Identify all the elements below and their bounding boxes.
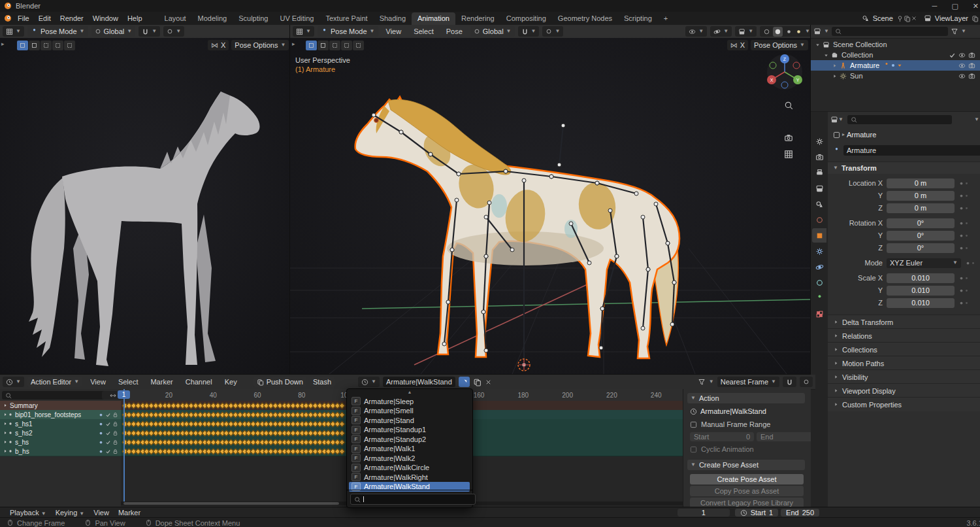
material-shading-icon[interactable] [785, 28, 792, 35]
include-icon[interactable] [105, 430, 111, 436]
fake-user-f-toggle[interactable]: F [351, 464, 361, 472]
mute-icon[interactable] [98, 421, 104, 427]
properties-tab-view-layer[interactable] [812, 181, 826, 196]
viewport-left[interactable]: ▼Pose Mode▼Global▼▼▼ ▸ ⋈X Pose Options▼ [0, 25, 289, 374]
cyclic-checkbox[interactable] [690, 446, 697, 453]
lock-icon[interactable] [112, 439, 118, 445]
mute-icon[interactable] [98, 439, 104, 445]
action-option-armature-smell[interactable]: FArmature|Smell [349, 406, 470, 416]
action-option-armature-standup2[interactable]: FArmature|Standup2 [349, 434, 470, 444]
drag-handle-icon[interactable] [971, 261, 975, 265]
scrollbar-thumb[interactable] [123, 502, 339, 505]
workspace-tab-rendering[interactable]: Rendering [455, 12, 500, 25]
viewport-left-canvas[interactable] [0, 38, 289, 374]
fake-user-f-toggle[interactable]: F [351, 454, 361, 462]
fake-user-f-toggle[interactable]: F [351, 435, 361, 443]
workspace-tab-layout[interactable]: Layout [159, 12, 192, 25]
workspace-tab-shading[interactable]: Shading [374, 12, 412, 25]
snap-toggle[interactable]: ▼ [139, 26, 160, 37]
drag-handle-icon[interactable] [964, 194, 969, 198]
end-frame-field[interactable]: End250 [781, 509, 819, 517]
mute-icon[interactable] [98, 412, 104, 418]
properties-tab-render[interactable] [812, 150, 826, 164]
channel-row-bip01_horse_footsteps[interactable]: bip01_horse_footsteps [0, 410, 121, 420]
outliner-row-collection[interactable]: Collection [811, 50, 980, 60]
pose-asset-panel-header[interactable]: ▼Create Pose Asset [687, 460, 805, 470]
outliner-editor-icon[interactable] [813, 27, 821, 35]
menu-file[interactable]: File [13, 14, 34, 22]
disclosure-icon[interactable] [823, 52, 829, 58]
menu-window[interactable]: Window [88, 14, 123, 22]
properties-tab-constraints[interactable] [812, 275, 826, 290]
editor-type-button[interactable]: ▼ [293, 26, 314, 37]
drag-handle-icon[interactable] [964, 206, 969, 211]
decorator-icon[interactable] [958, 233, 964, 239]
channel-expand-icon[interactable] [3, 449, 8, 454]
panel-viewport-display[interactable]: Viewport Display [828, 383, 980, 398]
playhead-line[interactable] [123, 389, 125, 502]
disclosure-icon[interactable] [832, 73, 838, 79]
select-mode-1[interactable] [318, 41, 329, 50]
camera-toggle-icon[interactable] [968, 52, 975, 59]
include-icon[interactable] [105, 439, 111, 445]
decorator-icon[interactable] [958, 288, 964, 294]
include-icon[interactable] [105, 412, 111, 418]
fake-user-f-toggle[interactable]: F [351, 473, 361, 481]
include-icon[interactable] [105, 449, 111, 454]
fake-user-f-toggle[interactable]: F [351, 416, 361, 424]
channel-search-input[interactable] [2, 391, 105, 400]
panel-motion-paths[interactable]: Motion Paths [828, 356, 980, 370]
create-pose-asset-button[interactable]: Create Pose Asset [690, 474, 804, 484]
toolbar-expand-arrow[interactable]: ▸ [292, 41, 295, 47]
current-frame-badge[interactable]: 1 [118, 390, 130, 399]
mode-dropdown[interactable]: Pose Mode▼ [27, 26, 88, 37]
orientation-dropdown[interactable]: Global▼ [91, 26, 136, 37]
action-option-armature-walkcircle[interactable]: FArmature|WalkCircle [349, 463, 470, 473]
transform-panel-header[interactable]: ▼Transform [828, 162, 980, 174]
properties-tab-tool[interactable] [812, 134, 826, 148]
select-mode-3[interactable] [341, 41, 352, 50]
overlays-dropdown[interactable]: ▼ [735, 26, 757, 37]
transform-value-field[interactable]: 0° [887, 243, 955, 253]
viewlayer-name[interactable]: ViewLayer [935, 14, 968, 22]
playbar-menu-keying[interactable]: Keying ▼ [51, 509, 90, 517]
panel-visibility[interactable]: Visibility [828, 369, 980, 384]
proportional-edit-toggle[interactable]: ▼ [542, 26, 563, 37]
decorator-icon[interactable] [958, 205, 964, 211]
select-mode-4[interactable] [64, 41, 75, 50]
pose-options-dropdown[interactable]: Pose Options▼ [231, 40, 289, 50]
properties-tab-data[interactable] [812, 291, 826, 305]
playbar-menu-playback[interactable]: Playback ▼ [5, 509, 51, 517]
transform-value-field[interactable]: 0 m [887, 191, 955, 201]
navigation-gizmo[interactable]: ZYX [765, 52, 804, 92]
unlink-icon[interactable] [911, 15, 917, 22]
select-mode-1[interactable] [29, 41, 40, 50]
pin-icon[interactable] [896, 15, 904, 22]
copy-icon[interactable] [904, 15, 911, 22]
properties-editor-icon[interactable] [830, 116, 838, 124]
action-search-input[interactable] [350, 494, 476, 505]
select-mode-2[interactable] [329, 41, 340, 50]
decorator-icon[interactable] [958, 220, 964, 226]
panel-delta-transform[interactable]: Delta Transform [828, 314, 980, 329]
action-option-armature-walkright[interactable]: FArmature|WalkRight [349, 472, 470, 482]
properties-tab-modifiers[interactable] [812, 244, 826, 258]
lock-icon[interactable] [112, 430, 118, 436]
outliner-row-scene-collection[interactable]: Scene Collection [811, 39, 980, 50]
drag-handle-icon[interactable] [964, 246, 969, 250]
wireframe-shading-icon[interactable] [763, 28, 770, 35]
scene-selector[interactable]: Scene [862, 14, 917, 22]
properties-tab-texture[interactable] [812, 307, 826, 321]
disclosure-icon[interactable] [832, 63, 838, 69]
panel-custom-properties[interactable]: Custom Properties [828, 397, 980, 411]
mode-dropdown[interactable]: Pose Mode▼ [318, 26, 378, 37]
action-panel-header[interactable]: ▼Action [687, 393, 805, 403]
visibility-dropdown[interactable]: ▼ [685, 26, 707, 37]
close-button[interactable]: ✕ [968, 2, 980, 10]
drag-handle-icon[interactable] [964, 276, 969, 280]
properties-tab-physics[interactable] [812, 260, 826, 274]
select-mode-2[interactable] [41, 41, 52, 50]
outliner-search-input[interactable] [832, 27, 948, 36]
minimize-button[interactable]: ─ [927, 2, 943, 10]
transform-value-field[interactable]: 0° [887, 231, 955, 241]
